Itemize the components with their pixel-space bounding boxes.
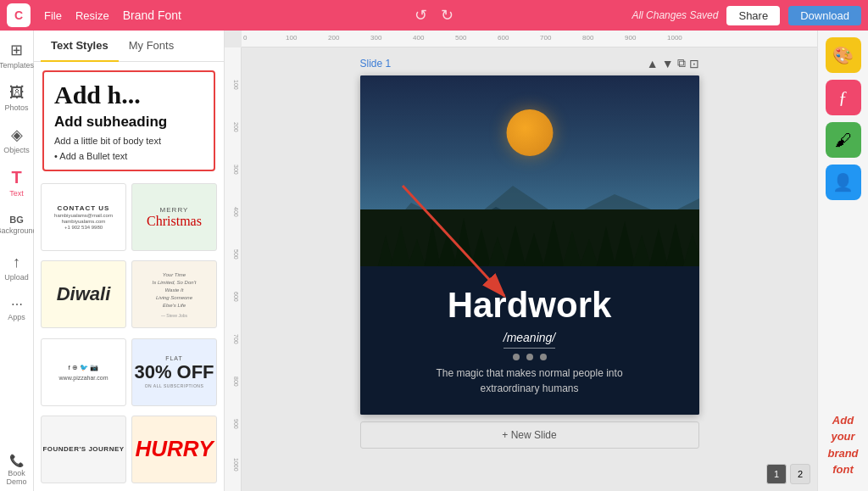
template-christmas[interactable]: MERRY Christmas [131,183,217,251]
topbar-right: All Changes Saved Share Download [632,6,861,25]
photos-icon: 🖼 [9,84,25,102]
font-icon: ƒ [838,86,848,109]
undo-button[interactable]: ↺ [415,6,427,25]
template-quote[interactable]: Your TimeIs Limited, So Don'tWaste ItLiv… [131,260,217,328]
background-label: Background [0,226,37,235]
trees-svg [360,209,699,269]
slide-up-button[interactable]: ▲ [647,57,659,70]
slide-canvas[interactable]: Hardwork /meaning/ The magic that makes … [360,75,699,415]
template-founders[interactable]: FOUNDER'S JOURNEY [41,416,126,483]
slide-body: The magic that makes normal people intoe… [436,365,622,396]
page-2-button[interactable]: 2 [790,464,810,484]
page-1-button[interactable]: 1 [766,464,787,484]
sidebar-item-background[interactable]: BG Background [0,204,34,246]
sidebar-item-objects[interactable]: ◈ Objects [0,119,34,161]
panel-tabs: Text Styles My Fonts [34,31,224,62]
apps-icon: ⋯ [11,298,23,311]
social-icon: 👤 [832,172,854,192]
text-icon: T [11,168,21,187]
template-social[interactable]: f ⊕ 🐦 📷 www.pizzahar.com [41,338,126,406]
slide-copy-button[interactable]: ⧉ [677,56,686,70]
slide-meaning: /meaning/ [504,331,555,349]
ruler-left: 100 200 300 400 500 600 700 800 900 1000 [225,47,242,491]
topbar: C File Resize Brand Font ↺ ↻ All Changes… [0,0,868,31]
palette-app-button[interactable]: 🎨 [826,37,861,73]
book-demo-label: Book Demo [0,469,34,486]
canvas-body: 100 200 300 400 500 600 700 800 900 1000… [225,47,817,491]
template-hurry[interactable]: HURRY [131,416,217,483]
undo-redo-controls: ↺ ↻ [415,6,453,25]
templates-label: Templates [0,61,34,70]
slide-label: Slide 1 [360,58,392,70]
sidebar-item-text[interactable]: T Text [0,161,34,204]
templates-icon: ⊞ [10,41,23,59]
template-sale[interactable]: FLAT 30% OFF ON ALL SUBSCRIPTIONS [131,338,217,406]
slide-dots [513,354,547,360]
apps-label: Apps [8,313,25,321]
right-panel: 🎨 ƒ 🖌 👤 Add your brand font [817,31,868,491]
slide-down-button[interactable]: ▼ [662,57,674,70]
text-label: Text [9,189,24,198]
canvas-area: 🔍 52% 0 100 200 300 400 500 600 700 800 … [225,31,817,491]
social-app-button[interactable]: 👤 [826,165,861,200]
menu-file[interactable]: File [44,9,62,22]
menu-resize[interactable]: Resize [75,9,109,22]
slide-viewport: Slide 1 ▲ ▼ ⧉ ⊡ [242,47,817,491]
slide-header: Slide 1 ▲ ▼ ⧉ ⊡ [360,56,699,70]
text-panel: Text Styles My Fonts Add h... Add subhea… [34,31,225,491]
template-diwali[interactable]: Diwali [41,260,126,328]
share-button[interactable]: Share [726,6,780,25]
tab-my-fonts[interactable]: My Fonts [119,31,184,62]
heading-style[interactable]: Add h... [54,81,203,109]
page-numbers: 1 2 [766,464,810,484]
objects-icon: ◈ [11,126,23,144]
slide-moon [506,109,553,156]
dot-1 [513,354,520,360]
bullet-style[interactable]: • Add a Bullet text [54,151,203,161]
icon-sidebar: ⊞ Templates 🖼 Photos ◈ Objects T Text BG… [0,31,34,491]
redo-button[interactable]: ↻ [441,6,453,25]
sidebar-item-templates[interactable]: ⊞ Templates [0,34,34,76]
upload-icon: ↑ [13,254,20,271]
slide-text-area: Hardwork /meaning/ The magic that makes … [360,266,699,415]
upload-label: Upload [4,273,29,282]
dot-2 [526,354,533,360]
background-icon: BG [9,215,24,225]
dot-3 [540,354,547,360]
photos-label: Photos [4,103,28,112]
font-app-button[interactable]: ƒ [826,80,861,115]
menu-bar: File Resize Brand Font [44,8,181,22]
text-styles-preview: Add h... Add subheading Add a little bit… [42,70,215,171]
ruler-top: 0 100 200 300 400 500 600 700 800 900 10… [242,31,817,47]
subheading-style[interactable]: Add subheading [54,114,203,131]
paint-app-button[interactable]: 🖌 [826,122,861,158]
objects-label: Objects [3,146,30,154]
brand-font-cta: Add your brand font [827,414,858,476]
template-thumbnails: CONTACT US hambiyualams@mail.com hambiyu… [34,180,224,491]
save-status: All Changes Saved [632,9,718,21]
sidebar-item-upload[interactable]: ↑ Upload [0,246,34,288]
sidebar-item-book-demo[interactable]: 📞 Book Demo [0,449,34,491]
book-demo-icon: 📞 [9,454,24,467]
menu-brand[interactable]: Brand Font [123,8,181,22]
template-contact[interactable]: CONTACT US hambiyualams@mail.com hambiyu… [41,183,126,251]
download-button[interactable]: Download [788,6,861,25]
tab-text-styles[interactable]: Text Styles [41,31,119,62]
main-layout: ⊞ Templates 🖼 Photos ◈ Objects T Text BG… [0,31,868,491]
body-style[interactable]: Add a little bit of body text [54,136,203,146]
paint-icon: 🖌 [835,131,852,150]
slide-title: Hardwork [448,285,612,326]
slide-nav: ▲ ▼ ⧉ ⊡ [647,56,699,70]
sidebar-item-apps[interactable]: ⋯ Apps [0,288,34,331]
palette-icon: 🎨 [832,45,854,65]
new-slide-label: + New Slide [502,429,556,441]
new-slide-button[interactable]: + New Slide [360,421,699,449]
brand-font-label-area: Add your brand font [821,405,865,484]
app-logo[interactable]: C [7,3,31,27]
slide-menu-button[interactable]: ⊡ [689,57,699,70]
sidebar-item-photos[interactable]: 🖼 Photos [0,76,34,119]
